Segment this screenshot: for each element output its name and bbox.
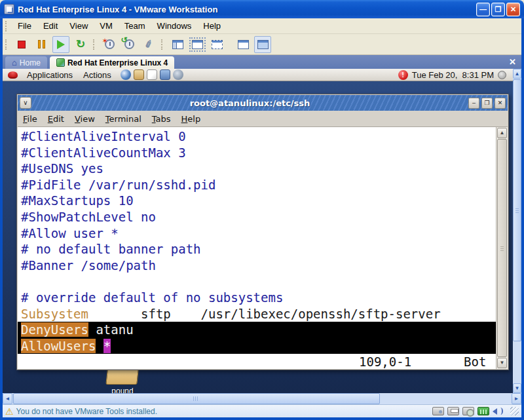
cdrom-icon[interactable]	[462, 407, 474, 415]
minimize-button[interactable]: —	[476, 3, 490, 16]
calc-launcher-icon[interactable]	[173, 69, 183, 80]
menu-file[interactable]: File	[12, 19, 37, 33]
reset-icon: ↻	[76, 39, 85, 50]
vm-console-screen[interactable]: Applications Actions ! Tue Feb 20, 8:31 …	[3, 69, 513, 393]
app-menubar: FileEditViewVMTeamWindowsHelp	[3, 18, 521, 34]
console-view-icon	[257, 40, 269, 49]
toolbar-grip[interactable]	[5, 39, 8, 50]
vim-position: Bot	[464, 354, 486, 369]
vm-vertical-scrollbar[interactable]: ▲ ▼	[513, 69, 521, 393]
config-comment: #UseDNS yes	[21, 161, 103, 176]
revert-snapshot-button[interactable]: ↺	[121, 36, 138, 53]
network-adapter-icon[interactable]	[477, 407, 489, 415]
update-alert-icon[interactable]: !	[398, 70, 408, 80]
menu-help[interactable]: Help	[197, 19, 227, 33]
vm-scroll-down-icon[interactable]: ▼	[513, 383, 521, 393]
scroll-down-icon[interactable]: ▼	[497, 358, 507, 368]
tab-close-button[interactable]: ✕	[509, 57, 516, 67]
window-titlebar[interactable]: Red Hat Enterprise Linux 4 - VMware Work…	[0, 0, 524, 18]
folder-label: pound	[100, 387, 145, 393]
quick-switch-button[interactable]	[208, 36, 225, 53]
menubar-grip[interactable]	[5, 21, 8, 31]
terminal-scrollbar[interactable]: ▲ ▼	[496, 127, 508, 369]
tab-vm-label: Red Hat Enterprise Linux 4	[67, 58, 168, 67]
menu-windows[interactable]: Windows	[151, 19, 198, 33]
resize-grip[interactable]	[510, 407, 519, 415]
show-sidebar-button[interactable]	[169, 36, 186, 53]
config-value: atanu	[88, 322, 134, 337]
scroll-up-icon[interactable]: ▲	[497, 128, 507, 138]
vm-scroll-left-icon[interactable]: ◄	[3, 393, 12, 404]
redhat-menu-icon[interactable]	[8, 71, 18, 79]
tab-strip: ⌂ Home Red Hat Enterprise Linux 4 ✕	[3, 55, 521, 69]
email-launcher-icon[interactable]	[134, 69, 144, 80]
volume-icon[interactable]	[498, 71, 506, 79]
hard-disk-icon[interactable]	[432, 407, 444, 415]
vmware-tools-message[interactable]: You do not have VMware Tools installed.	[16, 407, 157, 416]
power-off-button[interactable]	[13, 36, 30, 53]
floppy-icon[interactable]	[447, 407, 459, 415]
config-comment: # no default banner path	[21, 242, 201, 256]
vm-scroll-up-icon[interactable]: ▲	[513, 69, 521, 79]
writer-launcher-icon[interactable]	[147, 69, 157, 80]
vm-hscroll-thumb[interactable]	[13, 393, 380, 404]
menu-view[interactable]: View	[64, 19, 94, 33]
panel-clock[interactable]: Tue Feb 20, 8:31 PM	[412, 70, 494, 80]
impress-launcher-icon[interactable]	[160, 69, 170, 80]
toolbar-separator	[93, 39, 96, 50]
terminal-maximize-button[interactable]: ❐	[481, 98, 493, 109]
maximize-button[interactable]: ❐	[491, 3, 505, 16]
tab-home[interactable]: ⌂ Home	[5, 56, 47, 69]
vm-scroll-right-icon[interactable]: ►	[512, 393, 521, 404]
vmware-workstation-window: Red Hat Enterprise Linux 4 - VMware Work…	[0, 0, 524, 420]
terminal-line: #Allow user *	[21, 225, 496, 242]
terminal-scrollbar-thumb[interactable]	[497, 139, 507, 357]
terminal-titlebar[interactable]: ∨ root@atanulinux:/etc/ssh – ❐ ✕	[18, 95, 508, 111]
terminal-window: ∨ root@atanulinux:/etc/ssh – ❐ ✕ FileEdi…	[16, 94, 509, 370]
config-comment: #MaxStartups 10	[21, 193, 134, 208]
fullscreen-button[interactable]	[189, 36, 206, 53]
terminal-menu-edit[interactable]: Edit	[43, 112, 69, 126]
vm-horizontal-scrollbar[interactable]: ◄ ►	[3, 393, 521, 404]
terminal-menu-terminal[interactable]: Terminal	[100, 112, 147, 126]
terminal-menu-tabs[interactable]: Tabs	[147, 112, 176, 126]
snapshot-manager-icon: ✐	[143, 37, 155, 51]
take-snapshot-button[interactable]: ✶	[101, 36, 118, 53]
reset-button[interactable]: ↻	[72, 36, 89, 53]
suspend-button[interactable]	[33, 36, 50, 53]
tab-vm-rhel4[interactable]: Red Hat Enterprise Linux 4	[50, 56, 174, 69]
terminal-menu-help[interactable]: Help	[176, 112, 206, 126]
summary-view-button[interactable]	[234, 36, 252, 53]
sidebar-view-icon	[172, 40, 183, 49]
terminal-line: #ClientAliveInterval 0	[21, 128, 496, 145]
terminal-window-menu-button[interactable]: ∨	[20, 97, 31, 109]
applications-menu[interactable]: Applications	[22, 70, 78, 80]
menu-team[interactable]: Team	[119, 19, 151, 33]
actions-menu[interactable]: Actions	[78, 70, 117, 80]
terminal-text-area[interactable]: #ClientAliveInterval 0#ClientAliveCountM…	[18, 127, 496, 369]
config-keyword-highlighted: DenyUsers	[21, 322, 88, 337]
terminal-close-button[interactable]: ✕	[495, 98, 506, 109]
terminal-line: DenyUsers atanu	[18, 322, 496, 338]
terminal-title: root@atanulinux:/etc/ssh	[31, 98, 468, 108]
web-browser-launcher-icon[interactable]	[121, 69, 131, 80]
window-border	[0, 417, 524, 420]
warning-icon: ⚠	[5, 407, 14, 416]
menu-vm[interactable]: VM	[94, 19, 119, 33]
stop-icon	[18, 41, 26, 48]
snapshot-icon: ✶	[105, 39, 115, 49]
menu-edit[interactable]: Edit	[37, 19, 64, 33]
terminal-menu-view[interactable]: View	[69, 112, 100, 126]
config-comment: #ShowPatchLevel no	[21, 210, 156, 224]
sound-icon[interactable]	[493, 407, 503, 415]
app-toolbar: ↻ ✶ ↺ ✐	[3, 34, 521, 55]
vm-vscroll-thumb[interactable]	[513, 79, 521, 341]
snapshot-manager-button[interactable]: ✐	[140, 36, 157, 53]
power-on-button[interactable]	[52, 36, 69, 53]
console-view-button[interactable]	[254, 36, 271, 53]
vim-status-line: 109,0-1Bot	[21, 354, 496, 369]
terminal-menu-file[interactable]: File	[18, 112, 43, 126]
close-button[interactable]: ✕	[506, 3, 520, 16]
terminal-line: AllowUsers *	[18, 338, 496, 354]
terminal-minimize-button[interactable]: –	[468, 98, 479, 109]
